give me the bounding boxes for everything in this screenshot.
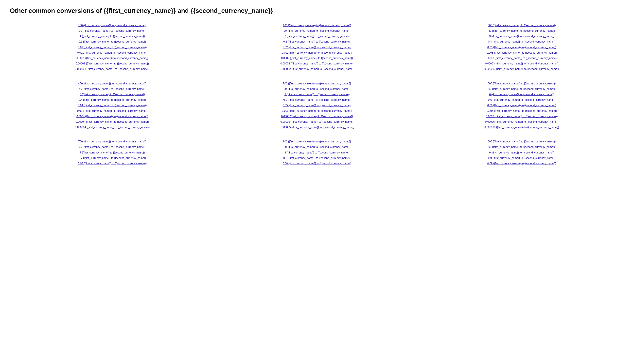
conversion-link-1-1-5[interactable]: 0.005 {{first_currency_name}} to {{secon…: [282, 109, 352, 113]
conversion-link-2-2-0[interactable]: 900 {{first_currency_name}} to {{second_…: [488, 139, 556, 144]
conversion-link-0-2-8[interactable]: 0.000003 {{first_currency_name}} to {{se…: [484, 67, 559, 71]
conversion-link-1-2-2[interactable]: 6 {{first_currency_name}} to {{second_cu…: [489, 92, 554, 96]
conversion-link-2-1-0[interactable]: 800 {{first_currency_name}} to {{second_…: [283, 139, 351, 144]
conversion-link-0-2-0[interactable]: 300 {{first_currency_name}} to {{second_…: [488, 23, 556, 28]
conversion-link-2-0-3[interactable]: 0.7 {{first_currency_name}} to {{second_…: [79, 156, 146, 160]
conversion-column-1-2: 600 {{first_currency_name}} to {{second_…: [419, 80, 624, 131]
conversion-link-2-0-1[interactable]: 70 {{first_currency_name}} to {{second_c…: [79, 145, 146, 149]
conversion-column-2-1: 800 {{first_currency_name}} to {{second_…: [215, 138, 419, 167]
conversion-link-2-0-4[interactable]: 0.07 {{first_currency_name}} to {{second…: [78, 161, 147, 166]
conversion-link-1-2-5[interactable]: 0.006 {{first_currency_name}} to {{secon…: [487, 109, 557, 113]
conversion-link-2-0-2[interactable]: 7 {{first_currency_name}} to {{second_cu…: [80, 150, 145, 155]
conversion-link-1-1-2[interactable]: 5 {{first_currency_name}} to {{second_cu…: [285, 92, 349, 96]
conversion-link-0-1-1[interactable]: 20 {{first_currency_name}} to {{second_c…: [284, 28, 350, 33]
conversions-container: 100 {{first_currency_name}} to {{second_…: [10, 22, 624, 167]
conversion-link-2-1-3[interactable]: 0.8 {{first_currency_name}} to {{second_…: [283, 156, 350, 160]
conversion-link-1-0-5[interactable]: 0.004 {{first_currency_name}} to {{secon…: [77, 109, 147, 113]
conversion-link-1-1-3[interactable]: 0.5 {{first_currency_name}} to {{second_…: [283, 98, 350, 102]
conversion-link-0-2-6[interactable]: 0.0003 {{first_currency_name}} to {{seco…: [486, 56, 558, 60]
conversion-column-2-2: 900 {{first_currency_name}} to {{second_…: [419, 138, 624, 167]
conversion-link-2-2-2[interactable]: 9 {{first_currency_name}} to {{second_cu…: [489, 150, 554, 155]
conversion-link-1-0-8[interactable]: 0.000004 {{first_currency_name}} to {{se…: [75, 125, 150, 130]
conversion-link-2-2-3[interactable]: 0.9 {{first_currency_name}} to {{second_…: [488, 156, 555, 160]
conversion-link-1-1-6[interactable]: 0.0005 {{first_currency_name}} to {{seco…: [281, 114, 353, 118]
conversion-link-1-1-4[interactable]: 0.05 {{first_currency_name}} to {{second…: [283, 103, 351, 108]
conversion-link-0-1-2[interactable]: 2 {{first_currency_name}} to {{second_cu…: [285, 34, 349, 38]
conversion-link-1-0-3[interactable]: 0.4 {{first_currency_name}} to {{second_…: [79, 98, 146, 102]
conversion-column-0-0: 100 {{first_currency_name}} to {{second_…: [10, 22, 215, 73]
conversion-link-0-1-6[interactable]: 0.0002 {{first_currency_name}} to {{seco…: [281, 56, 353, 60]
conversion-link-1-0-2[interactable]: 4 {{first_currency_name}} to {{second_cu…: [80, 92, 145, 96]
conversion-section-section-7-9: 700 {{first_currency_name}} to {{second_…: [10, 138, 624, 167]
conversion-link-2-1-4[interactable]: 0.08 {{first_currency_name}} to {{second…: [283, 161, 351, 166]
conversion-link-1-2-6[interactable]: 0.0006 {{first_currency_name}} to {{seco…: [486, 114, 558, 118]
conversion-link-1-0-4[interactable]: 0.04 {{first_currency_name}} to {{second…: [78, 103, 147, 108]
page-title: Other common conversions of {{first_curr…: [10, 6, 624, 15]
conversion-link-0-1-7[interactable]: 0.00002 {{first_currency_name}} to {{sec…: [281, 61, 354, 66]
conversion-link-1-2-8[interactable]: 0.000006 {{first_currency_name}} to {{se…: [484, 125, 559, 130]
conversion-link-0-2-7[interactable]: 0.00003 {{first_currency_name}} to {{sec…: [485, 61, 558, 66]
conversion-link-2-1-2[interactable]: 8 {{first_currency_name}} to {{second_cu…: [285, 150, 349, 155]
conversion-link-0-0-6[interactable]: 0.0001 {{first_currency_name}} to {{seco…: [76, 56, 148, 60]
conversion-link-0-2-2[interactable]: 3 {{first_currency_name}} to {{second_cu…: [489, 34, 554, 38]
conversion-link-0-1-0[interactable]: 200 {{first_currency_name}} to {{second_…: [283, 23, 351, 28]
conversion-link-0-1-4[interactable]: 0.02 {{first_currency_name}} to {{second…: [283, 45, 351, 50]
conversion-link-0-0-7[interactable]: 0.00001 {{first_currency_name}} to {{sec…: [76, 61, 149, 66]
conversion-link-0-0-2[interactable]: 1 {{first_currency_name}} to {{second_cu…: [80, 34, 145, 38]
conversion-link-0-0-0[interactable]: 100 {{first_currency_name}} to {{second_…: [78, 23, 146, 28]
conversion-link-1-0-1[interactable]: 40 {{first_currency_name}} to {{second_c…: [79, 87, 146, 91]
conversion-link-1-0-0[interactable]: 400 {{first_currency_name}} to {{second_…: [78, 81, 146, 86]
conversion-link-0-2-3[interactable]: 0.3 {{first_currency_name}} to {{second_…: [488, 40, 555, 44]
conversion-column-1-0: 400 {{first_currency_name}} to {{second_…: [10, 80, 215, 131]
conversion-link-0-0-8[interactable]: 0.000001 {{first_currency_name}} to {{se…: [75, 67, 150, 71]
conversion-link-1-2-1[interactable]: 60 {{first_currency_name}} to {{second_c…: [489, 87, 555, 91]
conversion-link-1-0-6[interactable]: 0.0004 {{first_currency_name}} to {{seco…: [76, 114, 148, 118]
conversion-column-0-1: 200 {{first_currency_name}} to {{second_…: [215, 22, 419, 73]
conversion-link-0-1-5[interactable]: 0.002 {{first_currency_name}} to {{secon…: [282, 50, 352, 55]
conversion-column-0-2: 300 {{first_currency_name}} to {{second_…: [419, 22, 624, 73]
conversion-link-0-0-4[interactable]: 0.01 {{first_currency_name}} to {{second…: [78, 45, 147, 50]
conversion-link-1-1-1[interactable]: 50 {{first_currency_name}} to {{second_c…: [284, 87, 350, 91]
conversion-link-0-1-8[interactable]: 0.000002 {{first_currency_name}} to {{se…: [280, 67, 354, 71]
conversion-link-0-0-3[interactable]: 0.1 {{first_currency_name}} to {{second_…: [79, 40, 146, 44]
conversion-link-1-0-7[interactable]: 0.00004 {{first_currency_name}} to {{sec…: [76, 120, 149, 124]
conversion-link-1-2-3[interactable]: 0.6 {{first_currency_name}} to {{second_…: [488, 98, 555, 102]
conversion-link-1-1-8[interactable]: 0.000005 {{first_currency_name}} to {{se…: [280, 125, 354, 130]
conversion-column-2-0: 700 {{first_currency_name}} to {{second_…: [10, 138, 215, 167]
conversion-section-section-1-3: 100 {{first_currency_name}} to {{second_…: [10, 22, 624, 73]
conversion-link-0-2-4[interactable]: 0.03 {{first_currency_name}} to {{second…: [487, 45, 556, 50]
conversion-link-2-1-1[interactable]: 80 {{first_currency_name}} to {{second_c…: [284, 145, 350, 149]
conversion-link-1-1-7[interactable]: 0.00005 {{first_currency_name}} to {{sec…: [281, 120, 354, 124]
conversion-link-1-2-4[interactable]: 0.06 {{first_currency_name}} to {{second…: [487, 103, 556, 108]
conversion-link-1-2-7[interactable]: 0.00006 {{first_currency_name}} to {{sec…: [485, 120, 558, 124]
conversion-link-1-2-0[interactable]: 600 {{first_currency_name}} to {{second_…: [488, 81, 556, 86]
conversion-column-1-1: 500 {{first_currency_name}} to {{second_…: [215, 80, 419, 131]
conversion-link-0-2-5[interactable]: 0.003 {{first_currency_name}} to {{secon…: [487, 50, 557, 55]
conversion-link-0-0-5[interactable]: 0.001 {{first_currency_name}} to {{secon…: [77, 50, 147, 55]
conversion-link-1-1-0[interactable]: 500 {{first_currency_name}} to {{second_…: [283, 81, 351, 86]
conversion-section-section-4-6: 400 {{first_currency_name}} to {{second_…: [10, 80, 624, 131]
conversion-link-0-2-1[interactable]: 30 {{first_currency_name}} to {{second_c…: [489, 28, 555, 33]
conversion-link-0-0-1[interactable]: 10 {{first_currency_name}} to {{second_c…: [79, 28, 146, 33]
conversion-link-2-2-1[interactable]: 90 {{first_currency_name}} to {{second_c…: [489, 145, 555, 149]
conversion-link-2-0-0[interactable]: 700 {{first_currency_name}} to {{second_…: [78, 139, 146, 144]
conversion-link-0-1-3[interactable]: 0.2 {{first_currency_name}} to {{second_…: [283, 40, 350, 44]
conversion-link-2-2-4[interactable]: 0.09 {{first_currency_name}} to {{second…: [487, 161, 556, 166]
